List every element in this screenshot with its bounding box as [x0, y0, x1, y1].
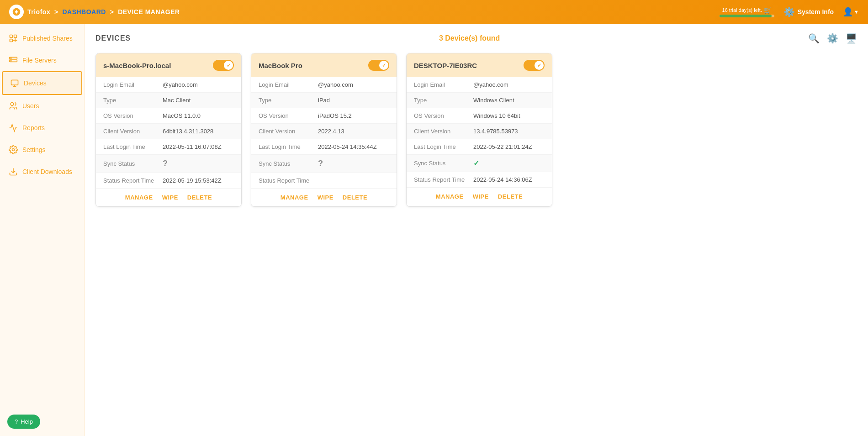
header-right: 16 trial day(s) left. 🛒 ⚙️ System Info 👤… [720, 6, 859, 17]
wipe-button[interactable]: WIPE [473, 193, 489, 200]
toggle-check-icon: ✓ [227, 63, 231, 68]
device-name: s-MacBook-Pro.local [103, 62, 171, 69]
label-os-version: OS Version [259, 112, 318, 119]
value-client-version: 2022.4.13 [318, 128, 344, 135]
download-icon [9, 167, 18, 176]
users-icon [9, 101, 18, 110]
sidebar-item-published-shares[interactable]: Published Shares [0, 27, 84, 49]
delete-button[interactable]: DELETE [498, 193, 523, 200]
help-button[interactable]: ? Help [7, 415, 40, 429]
sidebar-label-users: Users [22, 102, 39, 110]
toggle-check-icon: ✓ [537, 63, 541, 68]
breadcrumb: Triofox > DASHBOARD > DEVICE MANAGER [27, 8, 180, 16]
row-last-login: Last Login Time 2022-05-22 21:01:24Z [407, 139, 552, 155]
sidebar-item-reports[interactable]: Reports [0, 117, 84, 139]
user-menu[interactable]: 👤 ▼ [843, 7, 859, 17]
trial-text: 16 trial day(s) left. [722, 7, 762, 13]
value-login-email: @yahoo.com [163, 81, 198, 88]
system-info-label: System Info [798, 8, 834, 16]
search-icon[interactable]: 🔍 [808, 33, 820, 44]
sidebar-item-client-downloads[interactable]: Client Downloads [0, 161, 84, 183]
toggle-knob: ✓ [379, 61, 388, 70]
sidebar-item-devices[interactable]: Devices [2, 71, 82, 95]
label-last-login: Last Login Time [103, 143, 163, 150]
gear-icon: ⚙️ [783, 6, 795, 17]
label-login-email: Login Email [259, 81, 318, 88]
sidebar-item-settings[interactable]: Settings [0, 139, 84, 161]
manage-button[interactable]: MANAGE [436, 193, 464, 200]
sidebar-label-settings: Settings [22, 146, 46, 153]
card-actions: MANAGE WIPE DELETE [96, 189, 241, 206]
value-client-version: 64bit13.4.311.3028 [163, 128, 213, 135]
row-login-email: Login Email @yahoo.com [407, 77, 552, 93]
label-login-email: Login Email [414, 81, 473, 88]
main-content: DEVICES 3 Device(s) found 🔍 ⚙️ 🖥️ s-MacB… [85, 24, 868, 436]
device-card-0: s-MacBook-Pro.local ✓ Login Email @yahoo… [95, 53, 242, 207]
svg-point-14 [12, 149, 15, 151]
value-os-version: MacOS 11.0.0 [163, 112, 201, 119]
device-card-1: MacBook Pro ✓ Login Email @yahoo.com Typ… [251, 53, 397, 207]
manage-button[interactable]: MANAGE [125, 194, 153, 201]
label-sync-status: Sync Status [414, 160, 473, 167]
delete-button[interactable]: DELETE [343, 194, 367, 201]
label-status-report: Status Report Time [414, 176, 473, 183]
card-header: DESKTOP-7IE03RC ✓ [407, 53, 552, 77]
sidebar-label-devices: Devices [24, 79, 47, 87]
sidebar-item-file-servers[interactable]: File Servers [0, 49, 84, 71]
manage-button[interactable]: MANAGE [281, 194, 308, 201]
server-icon [9, 56, 18, 65]
delete-button[interactable]: DELETE [187, 194, 212, 201]
label-client-version: Client Version [259, 128, 318, 135]
svg-rect-3 [10, 39, 13, 42]
share-icon [9, 34, 18, 43]
sidebar-bottom: ? Help [0, 407, 84, 436]
trial-info: 16 trial day(s) left. 🛒 [720, 6, 774, 17]
sync-check-icon: ✓ [473, 159, 479, 168]
row-os-version: OS Version MacOS 11.0.0 [96, 108, 241, 124]
card-body: Login Email @yahoo.com Type iPad OS Vers… [251, 77, 397, 189]
row-status-report: Status Report Time 2022-05-24 14:36:06Z [407, 172, 552, 188]
page-title: DEVICES [95, 34, 131, 42]
wipe-button[interactable]: WIPE [162, 194, 178, 201]
settings-icon[interactable]: ⚙️ [827, 33, 838, 44]
cart-icon[interactable]: 🛒 [764, 6, 772, 14]
row-os-version: OS Version Windows 10 64bit [407, 108, 552, 124]
toggle-check-icon: ✓ [382, 63, 386, 68]
label-status-report: Status Report Time [103, 177, 163, 184]
trial-progress-fill [720, 15, 772, 17]
devices-found-count: 3 Device(s) found [439, 34, 500, 42]
sidebar-item-users[interactable]: Users [0, 95, 84, 117]
row-client-version: Client Version 13.4.9785.53973 [407, 124, 552, 139]
card-actions: MANAGE WIPE DELETE [251, 189, 397, 206]
value-login-email: @yahoo.com [318, 81, 353, 88]
card-body: Login Email @yahoo.com Type Mac Client O… [96, 77, 241, 189]
row-login-email: Login Email @yahoo.com [251, 77, 397, 93]
value-type: Mac Client [163, 97, 191, 104]
value-type: Windows Client [473, 97, 514, 104]
value-status-report: 2022-05-24 14:36:06Z [473, 176, 532, 183]
device-name: MacBook Pro [259, 62, 302, 69]
device-toggle[interactable]: ✓ [213, 60, 234, 71]
logo[interactable] [9, 5, 24, 19]
label-client-version: Client Version [414, 128, 473, 135]
system-info-button[interactable]: ⚙️ System Info [783, 6, 834, 17]
card-header: s-MacBook-Pro.local ✓ [96, 53, 241, 77]
toggle-knob: ✓ [535, 61, 544, 70]
row-last-login: Last Login Time 2022-05-11 16:07:08Z [96, 139, 241, 155]
row-status-report: Status Report Time 2022-05-19 15:53:42Z [96, 173, 241, 189]
label-os-version: OS Version [414, 112, 473, 119]
label-last-login: Last Login Time [259, 143, 318, 150]
device-toggle[interactable]: ✓ [524, 60, 545, 71]
label-client-version: Client Version [103, 128, 163, 135]
view-icon[interactable]: 🖥️ [846, 33, 857, 44]
value-status-report: 2022-05-19 15:53:42Z [163, 177, 222, 184]
reports-icon [9, 123, 18, 132]
device-toggle[interactable]: ✓ [368, 60, 389, 71]
wipe-button[interactable]: WIPE [318, 194, 333, 201]
value-os-version: iPadOS 15.2 [318, 112, 352, 119]
row-os-version: OS Version iPadOS 15.2 [251, 108, 397, 124]
user-avatar-icon: 👤 [843, 7, 853, 17]
device-name: DESKTOP-7IE03RC [414, 62, 477, 69]
trial-progress-bar [720, 15, 774, 17]
help-icon: ? [15, 418, 18, 425]
